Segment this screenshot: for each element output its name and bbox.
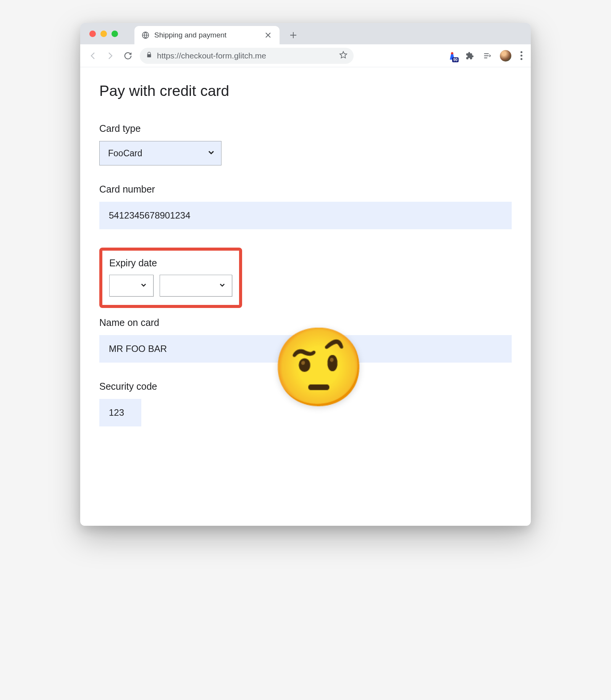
lock-icon bbox=[146, 52, 152, 60]
reload-button[interactable] bbox=[122, 50, 134, 62]
expiry-highlight-annotation: Expiry date bbox=[99, 248, 242, 308]
page-heading: Pay with credit card bbox=[99, 83, 512, 99]
security-code-input[interactable] bbox=[99, 399, 141, 426]
chrome-menu-button[interactable] bbox=[519, 50, 524, 62]
card-number-field: Card number bbox=[99, 184, 512, 229]
extension-badge: 90 bbox=[452, 57, 459, 62]
forward-button[interactable] bbox=[105, 50, 116, 62]
card-type-field: Card type FooCard bbox=[99, 123, 512, 165]
toolbar-right: 90 bbox=[447, 50, 524, 62]
browser-window: Shipping and payment https://checkout-fo… bbox=[80, 23, 531, 526]
new-tab-button[interactable] bbox=[286, 28, 301, 43]
close-window-button[interactable] bbox=[89, 31, 96, 37]
card-number-label: Card number bbox=[99, 184, 512, 195]
close-tab-button[interactable] bbox=[263, 31, 273, 40]
url-text: https://checkout-form.glitch.me bbox=[157, 51, 335, 60]
raised-eyebrow-emoji: 🤨 bbox=[271, 329, 367, 405]
expiry-label: Expiry date bbox=[109, 258, 232, 269]
tab-title: Shipping and payment bbox=[154, 31, 259, 39]
address-bar[interactable]: https://checkout-form.glitch.me bbox=[140, 48, 354, 64]
back-button[interactable] bbox=[87, 50, 99, 62]
expiry-month-select[interactable] bbox=[109, 275, 154, 297]
globe-icon bbox=[141, 31, 150, 39]
maximize-window-button[interactable] bbox=[112, 31, 118, 37]
bookmark-star-icon[interactable] bbox=[339, 51, 348, 61]
lighthouse-extension-icon[interactable]: 90 bbox=[447, 51, 457, 61]
tab-bar: Shipping and payment bbox=[80, 23, 531, 44]
window-controls bbox=[89, 31, 118, 37]
card-type-select[interactable]: FooCard bbox=[99, 141, 221, 165]
minimize-window-button[interactable] bbox=[100, 31, 107, 37]
reading-list-icon[interactable] bbox=[482, 51, 492, 61]
browser-tab[interactable]: Shipping and payment bbox=[134, 26, 280, 44]
expiry-year-select[interactable] bbox=[160, 275, 232, 297]
browser-toolbar: https://checkout-form.glitch.me 90 bbox=[80, 44, 531, 67]
profile-avatar[interactable] bbox=[500, 50, 511, 62]
page-content: Pay with credit card Card type FooCard C… bbox=[80, 67, 531, 526]
card-type-label: Card type bbox=[99, 123, 512, 134]
extensions-puzzle-icon[interactable] bbox=[465, 51, 475, 61]
card-number-input[interactable] bbox=[99, 202, 512, 229]
